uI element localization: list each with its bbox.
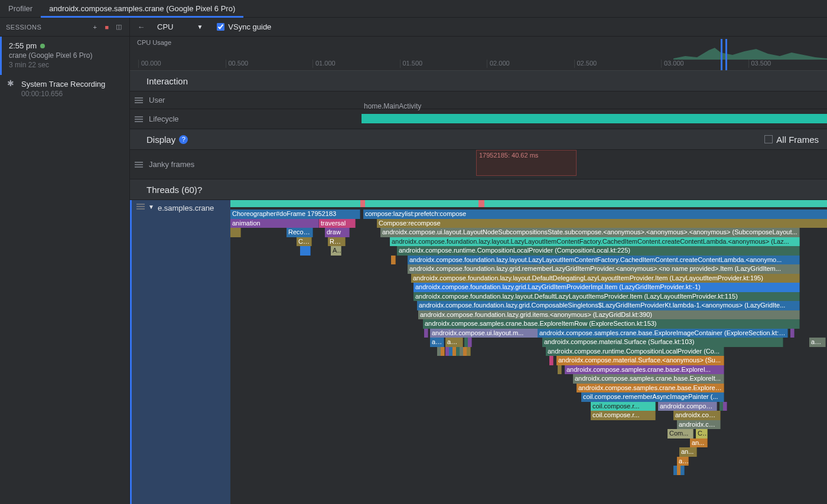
flame-bar[interactable] bbox=[681, 466, 685, 475]
flame-chart[interactable]: Choreographer#doFrame 17952183animationR… bbox=[230, 200, 827, 504]
flame-bar[interactable] bbox=[790, 329, 795, 338]
flame-bar[interactable]: androidx.compose.ui.layout.m... bbox=[430, 329, 545, 338]
flame-bar[interactable]: Compose:recompose bbox=[377, 219, 827, 228]
drag-handle-icon[interactable] bbox=[135, 162, 143, 168]
flame-bar[interactable]: an... bbox=[679, 447, 697, 457]
flame-bar[interactable]: androidx.compose.samples.crane.base.Expl… bbox=[423, 319, 800, 329]
flame-bar[interactable]: draw bbox=[325, 228, 350, 237]
thread-state-segment[interactable] bbox=[230, 200, 248, 207]
flame-bar[interactable]: compose:lazylist:prefetch:compose bbox=[363, 210, 827, 219]
flame-bar[interactable]: Choreographer#doFrame 17952183 bbox=[230, 210, 360, 219]
flame-bar[interactable]: animation bbox=[230, 219, 319, 228]
back-icon[interactable]: ← bbox=[135, 21, 148, 34]
tab-profiler[interactable]: Profiler bbox=[0, 0, 41, 17]
flame-bar[interactable]: an... bbox=[690, 438, 708, 448]
flame-bar[interactable]: androidx.compose.samples.crane.base.Expl… bbox=[538, 329, 788, 338]
ruler-tick: 03.000 bbox=[661, 60, 684, 68]
flame-bar[interactable]: androidx.compose.foundation.lazy.layout.… bbox=[414, 292, 800, 302]
flame-bar[interactable] bbox=[441, 347, 445, 356]
flame-bar[interactable]: Rec... bbox=[328, 237, 346, 247]
stop-session-icon[interactable]: ■ bbox=[102, 22, 112, 32]
flame-bar[interactable]: androidx.compose.samples.crane.base.Expl… bbox=[565, 365, 724, 375]
flame-bar[interactable]: traversal bbox=[319, 219, 356, 228]
flame-bar[interactable] bbox=[424, 329, 428, 338]
display-header[interactable]: Display ? All Frames bbox=[130, 129, 827, 150]
flame-bar[interactable] bbox=[300, 246, 311, 256]
cpu-wave bbox=[673, 44, 827, 60]
flame-bar[interactable]: Recom... bbox=[286, 228, 313, 237]
flame-bar[interactable]: androidx.compose.material.Surface.<anony… bbox=[556, 356, 724, 365]
interaction-header[interactable]: Interaction bbox=[130, 71, 827, 91]
flame-bar[interactable]: coil.compose.r... bbox=[591, 402, 656, 411]
flame-bar[interactable]: androidx.compose.u... bbox=[658, 402, 717, 411]
help-icon[interactable]: ? bbox=[197, 185, 202, 195]
flame-bar[interactable]: androidx.compose.foundation.lazy.grid.Co… bbox=[417, 301, 800, 310]
thread-state-segment[interactable] bbox=[248, 200, 360, 207]
flame-bar[interactable]: androidx.compose.foundation.lazy.layout.… bbox=[411, 274, 800, 283]
help-icon[interactable]: ? bbox=[179, 135, 188, 144]
all-frames-checkbox[interactable] bbox=[764, 135, 773, 143]
vsync-checkbox[interactable]: VSync guide bbox=[217, 22, 271, 31]
flame-bar[interactable]: an... bbox=[809, 338, 826, 347]
janky-frames-row: Janky frames 17952185: 40.62 ms bbox=[130, 150, 827, 179]
flame-bar[interactable] bbox=[549, 356, 553, 365]
session-item[interactable]: 2:55 pm crane (Google Pixel 6 Pro) 3 min… bbox=[0, 37, 129, 75]
flame-bar[interactable]: androidx.compose.ui.layout.LayoutNodeSub… bbox=[380, 228, 800, 237]
drag-handle-icon[interactable] bbox=[135, 97, 143, 103]
ruler-tick: 02.500 bbox=[574, 60, 597, 68]
flame-bar[interactable]: androidx.compose.foundation.lazy.grid.La… bbox=[414, 283, 800, 292]
ruler-tick: 01.000 bbox=[312, 60, 336, 68]
flame-bar[interactable]: androidx.compose.foundation.lazy.layout.… bbox=[390, 237, 800, 247]
cpu-usage-minimap[interactable]: CPU Usage 00.00000.50001.00001.50002.000… bbox=[130, 37, 827, 71]
recording-item[interactable]: System Trace Recording 00:00:10.656 bbox=[0, 75, 129, 103]
flame-bar[interactable]: androidx.compose.foundation.lazy.grid.it… bbox=[418, 310, 800, 320]
flame-bar[interactable]: androidx.compose.samples.crane.base.Expl… bbox=[577, 384, 724, 393]
janky-frame[interactable]: 17952185: 40.62 ms bbox=[476, 150, 577, 176]
lifecycle-activity-label: home.MainActivity bbox=[364, 102, 421, 110]
flame-bar[interactable]: androidx.compose.foundation.lazy.grid.re… bbox=[408, 264, 800, 274]
selection-marker-start[interactable] bbox=[721, 39, 722, 70]
selection-marker-end[interactable] bbox=[725, 39, 727, 70]
all-frames-label: All Frames bbox=[776, 135, 819, 145]
flame-bar[interactable]: androidx.com... bbox=[677, 420, 721, 430]
tab-app[interactable]: androidx.compose.samples.crane (Google P… bbox=[41, 0, 243, 17]
flame-bar[interactable] bbox=[468, 338, 472, 347]
flame-bar[interactable] bbox=[391, 256, 396, 265]
flame-bar[interactable]: andr... bbox=[445, 338, 463, 347]
threads-header[interactable]: Threads (60) ? bbox=[130, 179, 827, 200]
flame-bar[interactable] bbox=[558, 365, 562, 375]
flame-bar[interactable]: C... bbox=[696, 429, 708, 438]
flame-bar[interactable]: coil.compose.r... bbox=[591, 411, 656, 420]
flame-bar[interactable]: androidx.compose.runtime.CompositionLoca… bbox=[397, 246, 800, 256]
thread-state-segment[interactable] bbox=[360, 200, 365, 207]
thread-state-segment[interactable] bbox=[478, 200, 484, 207]
drag-handle-icon[interactable] bbox=[136, 204, 145, 210]
thread-state-segment[interactable] bbox=[484, 200, 827, 207]
sessions-sidebar: SESSIONS + ■ ◫ 2:55 pm crane (Google Pix… bbox=[0, 18, 130, 504]
flame-bar[interactable]: androidx.compose.foundation.lazy.layout.… bbox=[408, 256, 800, 265]
session-duration: 3 min 22 sec bbox=[9, 61, 123, 69]
vsync-input[interactable] bbox=[217, 23, 224, 31]
flame-bar[interactable]: A... bbox=[331, 246, 341, 256]
drag-handle-icon[interactable] bbox=[135, 116, 143, 122]
mode-select[interactable]: CPU ▼ bbox=[152, 22, 207, 31]
flame-bar[interactable]: Co... bbox=[297, 237, 312, 247]
thread-state-segment[interactable] bbox=[365, 200, 478, 207]
flame-bar[interactable]: androidx.compo... bbox=[673, 411, 721, 420]
flame-bar[interactable]: andr... bbox=[430, 338, 444, 347]
flame-bar[interactable]: coil.compose.rememberAsyncImagePainter (… bbox=[581, 392, 724, 402]
flame-bar[interactable] bbox=[723, 402, 727, 411]
flame-bar[interactable]: androidx.compose.material.Surface (Surfa… bbox=[542, 338, 783, 347]
ruler-tick: 00.000 bbox=[138, 60, 161, 68]
flame-bar[interactable]: androidx.compose.samples.crane.base.Expl… bbox=[573, 374, 724, 384]
flame-bar[interactable]: Com... bbox=[668, 429, 693, 438]
add-session-icon[interactable]: + bbox=[90, 22, 100, 32]
lifecycle-bar[interactable] bbox=[362, 114, 827, 123]
thread-gutter[interactable]: ▼ e.samples.crane bbox=[132, 200, 230, 504]
flame-bar[interactable] bbox=[230, 228, 241, 237]
layout-icon[interactable]: ◫ bbox=[114, 22, 123, 32]
collapse-icon[interactable]: ▼ bbox=[148, 204, 154, 210]
flame-bar[interactable]: androidx.compose.runtime.CompositionLoca… bbox=[546, 347, 724, 356]
flame-bar[interactable]: a... bbox=[677, 457, 689, 466]
flame-bar[interactable] bbox=[467, 347, 471, 356]
